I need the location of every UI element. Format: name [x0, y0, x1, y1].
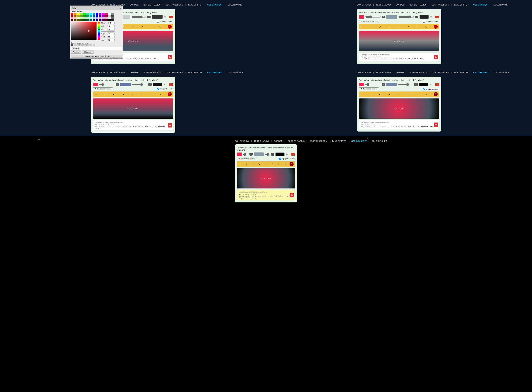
dir-right-4[interactable]: →	[361, 93, 364, 96]
color-swatch-red-2[interactable]	[359, 15, 364, 19]
dir-up-3[interactable]: ↑	[150, 93, 152, 96]
dir-sw-4[interactable]: ↙	[378, 93, 382, 96]
swatch-b3[interactable]	[96, 17, 98, 19]
nav-color-picker-2[interactable]: COLOR PICKER	[494, 4, 509, 6]
swatch-rs4[interactable]	[105, 19, 108, 21]
nav-image-filter-3[interactable]: IMAGE FILTER	[188, 71, 202, 74]
dir-up-2[interactable]: ↑	[416, 25, 418, 28]
slider-2a[interactable]	[365, 16, 381, 18]
dir-up-4[interactable]: ↑	[416, 93, 418, 96]
swatch-red[interactable]	[71, 13, 73, 15]
slider-5a[interactable]	[243, 154, 248, 155]
swatch-darkgray[interactable]	[111, 15, 114, 17]
azul-input[interactable]	[108, 39, 114, 41]
matiz-input[interactable]	[108, 22, 114, 24]
personal-swatch-8[interactable]	[93, 44, 95, 46]
personal-swatch-7[interactable]	[89, 44, 92, 46]
dir-up-1[interactable]: ↑	[150, 25, 152, 28]
color-swatch-gray-2[interactable]	[386, 15, 397, 19]
nav-color-picker-4[interactable]: COLOR PICKER	[494, 71, 509, 74]
swatch-r4[interactable]	[71, 19, 73, 21]
swatch-brown[interactable]	[74, 15, 76, 17]
dir-left-5[interactable]: ←	[264, 162, 268, 166]
slider-1b[interactable]	[132, 16, 146, 18]
swatch-lime[interactable]	[80, 13, 83, 15]
checkbox-3rd-5[interactable]	[279, 158, 281, 160]
nav-box-shadow-4[interactable]: BOX SHADOW	[357, 71, 371, 74]
lum-input[interactable]	[108, 28, 114, 31]
swatch-mg3[interactable]	[102, 17, 105, 19]
nav-image-filter-1[interactable]: IMAGE FILTER	[188, 4, 202, 6]
reset-btn-3[interactable]: ↺ Restablecer valores	[93, 87, 113, 90]
color-swatch-dark-1[interactable]	[152, 15, 163, 19]
nav-border-2[interactable]: BORDER	[396, 4, 405, 6]
swatch-darkred[interactable]	[71, 15, 73, 17]
swatch-olive[interactable]	[77, 15, 80, 17]
color-swatch-gray-5[interactable]	[254, 153, 264, 156]
nav-css-gradient-2[interactable]: CSS GRADIENT	[473, 4, 489, 6]
swatch-s4[interactable]	[93, 19, 95, 21]
swatch-magenta[interactable]	[102, 13, 105, 15]
swatch-mint[interactable]	[86, 13, 89, 15]
nav-css-transform-5[interactable]: CSS TRANSFORM	[310, 140, 327, 142]
nav-css-transform-4[interactable]: CSS TRANSFORM	[432, 71, 449, 74]
slider-5b[interactable]	[265, 154, 270, 155]
nav-border-radius-2[interactable]: BORDER RADIUS	[410, 4, 427, 6]
nav-border-radius-5[interactable]: BORDER RADIUS	[287, 140, 305, 142]
swatch-cyan[interactable]	[89, 13, 92, 15]
dir-se-1[interactable]: ↘	[158, 25, 162, 28]
color-swatch-red-4[interactable]	[359, 83, 364, 86]
nav-image-filter-5[interactable]: IMAGE FILTER	[332, 140, 346, 142]
nav-css-transform-1[interactable]: CSS TRANSFORM	[166, 4, 183, 6]
btn-small-1b[interactable]: +	[147, 16, 150, 18]
nav-border-1[interactable]: BORDER	[130, 4, 139, 6]
swatch-g3[interactable]	[83, 17, 86, 19]
dir-sw-5[interactable]: ↙	[251, 162, 254, 166]
swatch-v3[interactable]	[99, 17, 101, 19]
slider-4b[interactable]	[398, 84, 413, 85]
personal-swatch-5[interactable]	[83, 44, 86, 46]
dir-down-3[interactable]: ↓	[104, 93, 106, 96]
btn-red-4[interactable]: ▲	[435, 83, 439, 86]
dir-ne-1[interactable]: ↗	[141, 25, 144, 28]
dir-right-2[interactable]: →	[361, 25, 364, 28]
modal-close-btn[interactable]: ✕	[119, 7, 121, 9]
btn-small-5b[interactable]: +	[271, 153, 274, 156]
swatch-sky[interactable]	[93, 13, 95, 15]
swatch-l3[interactable]	[80, 17, 83, 19]
swatch-o3[interactable]	[74, 17, 76, 19]
dir-ne-4[interactable]: ↗	[407, 93, 410, 96]
copy-btn-2[interactable]: ⧉	[434, 55, 438, 59]
slider-4a[interactable]	[365, 84, 381, 85]
dir-se-4[interactable]: ↘	[424, 93, 428, 96]
rojo-input[interactable]	[108, 33, 114, 35]
gradient-picker-box[interactable]	[71, 22, 97, 40]
swatch-darkgreen[interactable]	[83, 15, 86, 17]
checkbox-3rd-2[interactable]	[423, 20, 425, 23]
swatch-teal[interactable]	[89, 15, 92, 17]
swatch-black[interactable]	[108, 19, 111, 21]
nav-border-4[interactable]: BORDER	[396, 71, 405, 74]
btn-small-5a[interactable]: +	[250, 153, 253, 156]
swatch-lightgray[interactable]	[108, 15, 111, 17]
nav-css-gradient-1[interactable]: CSS GRADIENT	[207, 4, 223, 6]
nav-css-gradient-4[interactable]: CSS GRADIENT	[473, 71, 489, 74]
dir-nw-3[interactable]: ↖	[122, 93, 125, 96]
nav-border-3[interactable]: BORDER	[130, 71, 139, 74]
btn-red-1[interactable]: ▲	[169, 16, 173, 18]
swatch-rose[interactable]	[105, 13, 108, 15]
swatch-darkgreen2[interactable]	[80, 15, 83, 17]
dir-radial-3[interactable]: ⊙	[168, 92, 172, 96]
personal-swatch-6[interactable]	[86, 44, 89, 46]
swatch-gray[interactable]	[111, 13, 114, 15]
reset-btn-5[interactable]: ↺ Restablecer valores	[237, 157, 257, 160]
nav-text-shadow-3[interactable]: TEXT SHADOW	[110, 71, 125, 74]
swatch-blue[interactable]	[96, 13, 98, 15]
dir-nw-2[interactable]: ↖	[388, 25, 391, 28]
color-swatch-dark-5[interactable]	[275, 153, 285, 156]
dir-radial-2[interactable]: ⊙	[434, 25, 438, 29]
swatch-g4[interactable]	[83, 19, 86, 21]
hue-bar[interactable]	[98, 22, 100, 40]
swatch-b4[interactable]	[96, 19, 98, 21]
nav-text-shadow-5[interactable]: TEXT SHADOW	[254, 140, 269, 142]
